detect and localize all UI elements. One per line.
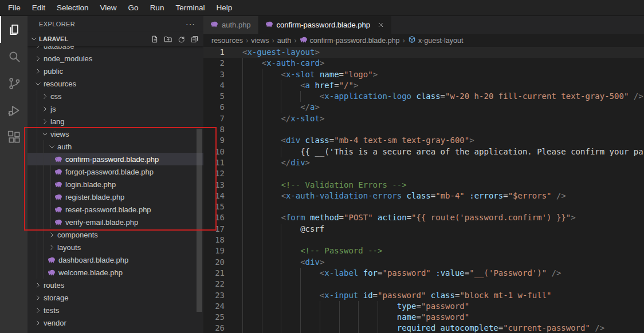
- code-line-14[interactable]: 14 <x-auth-validation-errors class="mb-4…: [203, 191, 644, 201]
- menu-help[interactable]: Help: [210, 0, 238, 15]
- code-line-21[interactable]: 21 <x-label for="password" :value="__('P…: [203, 268, 644, 279]
- new-folder-icon[interactable]: [164, 35, 172, 43]
- tree-file-register-blade-php[interactable]: register.blade.php: [28, 191, 203, 203]
- tab-confirm-password-blade-php[interactable]: confirm-password.blade.php: [258, 16, 392, 34]
- tree-folder-lang[interactable]: lang: [28, 115, 203, 128]
- collapse-all-icon[interactable]: [190, 35, 199, 43]
- tree-file-confirm-password-blade-php[interactable]: confirm-password.blade.php: [28, 153, 203, 165]
- tree-folder-views[interactable]: views: [28, 128, 203, 140]
- code-editor[interactable]: 1<x-guest-layout>2 <x-auth-card>3 <x-slo…: [203, 47, 644, 333]
- tree-folder-vendor[interactable]: vendor: [28, 316, 203, 329]
- code-line-10[interactable]: 10 {{ __('This is a secure area of the a…: [203, 146, 644, 157]
- tree-file-verify-email-blade-php[interactable]: verify-email.blade.php: [28, 216, 203, 228]
- source-control-icon[interactable]: [0, 70, 28, 97]
- indent-guide: [262, 180, 262, 191]
- breadcrumb-item-auth[interactable]: auth: [277, 37, 291, 45]
- menu-go[interactable]: Go: [123, 0, 144, 15]
- code-line-23[interactable]: 23 <x-input id="password" class="block m…: [203, 290, 644, 301]
- breadcrumb-item-confirm-password-blade-php[interactable]: confirm-password.blade.php: [300, 35, 400, 45]
- tree-folder-routes[interactable]: routes: [28, 279, 203, 291]
- run-and-debug-icon[interactable]: [0, 97, 28, 124]
- explorer-icon[interactable]: [0, 16, 28, 43]
- code-line-5[interactable]: 5 <x-application-logo class="w-20 h-20 f…: [203, 91, 644, 102]
- blade-file-icon: [54, 155, 63, 163]
- code-token: "logo": [344, 70, 373, 79]
- code-line-2[interactable]: 2 <x-auth-card>: [203, 58, 644, 69]
- indent-guide: [281, 301, 281, 312]
- code-line-19[interactable]: 19 <!-- Password -->: [203, 245, 644, 256]
- code-line-26[interactable]: 26 required autocomplete="current-passwo…: [203, 323, 644, 333]
- code-line-7[interactable]: 7 </x-slot>: [203, 113, 644, 124]
- code-line-13[interactable]: 13 <!-- Validation Errors -->: [203, 180, 644, 191]
- code-line-15[interactable]: 15: [203, 201, 644, 212]
- tree-item-label: routes: [44, 281, 64, 290]
- tree-file-reset-password-blade-php[interactable]: reset-password.blade.php: [28, 203, 203, 216]
- line-number: 16: [203, 212, 225, 223]
- tree-folder-storage[interactable]: storage: [28, 291, 203, 304]
- breadcrumb-item-views[interactable]: views: [251, 37, 269, 45]
- menu-edit[interactable]: Edit: [26, 0, 51, 15]
- menu-run[interactable]: Run: [144, 0, 170, 15]
- code-line-12[interactable]: 12: [203, 168, 644, 179]
- code-line-22[interactable]: 22: [203, 279, 644, 290]
- code-line-8[interactable]: 8: [203, 124, 644, 135]
- tree-folder-node_modules[interactable]: node_modules: [28, 52, 203, 65]
- close-icon[interactable]: [377, 21, 384, 29]
- folder-section-header[interactable]: LARAVEL: [28, 32, 203, 46]
- code-line-18[interactable]: 18: [203, 235, 644, 245]
- code-line-4[interactable]: 4 <a href="/">: [203, 80, 644, 91]
- line-content: [242, 124, 644, 135]
- code-line-16[interactable]: 16 <form method="POST" action="{{ route(…: [203, 212, 644, 223]
- tree-folder-auth[interactable]: auth: [28, 140, 203, 153]
- search-icon[interactable]: [0, 43, 28, 70]
- tree-file-dashboard-blade-php[interactable]: dashboard.blade.php: [28, 253, 203, 266]
- menu-selection[interactable]: Selection: [51, 0, 95, 15]
- tree-folder-layouts[interactable]: layouts: [28, 241, 203, 253]
- indent-guide: [242, 235, 243, 245]
- code-line-24[interactable]: 24 type="password": [203, 301, 644, 312]
- code-line-25[interactable]: 25 name="password": [203, 312, 644, 323]
- code-token: "mb-4 text-sm text-gray-600": [334, 136, 469, 145]
- line-content: [242, 235, 644, 245]
- menu-file[interactable]: File: [2, 0, 26, 15]
- chevron-right-icon: [33, 68, 42, 75]
- line-content: </a>: [242, 102, 644, 113]
- indent-guide: [37, 203, 37, 216]
- indent-guide: [262, 146, 262, 157]
- refresh-icon[interactable]: [177, 35, 186, 43]
- more-actions-icon[interactable]: ···: [186, 19, 195, 29]
- line-number: 10: [203, 146, 225, 157]
- tree-file-login-blade-php[interactable]: login.blade.php: [28, 178, 203, 191]
- tree-folder-tests[interactable]: tests: [28, 304, 203, 316]
- breadcrumb-item-resources[interactable]: resources: [211, 37, 243, 45]
- tab-auth-php[interactable]: auth.php: [203, 16, 258, 34]
- indent-guide: [242, 279, 243, 290]
- line-number: 14: [203, 191, 225, 201]
- tree-folder-resources[interactable]: resources: [28, 77, 203, 90]
- code-line-17[interactable]: 17 @csrf: [203, 224, 644, 235]
- menu-view[interactable]: View: [95, 0, 123, 15]
- chevron-right-icon: [33, 307, 42, 314]
- blade-file-icon: [210, 20, 218, 30]
- tree-folder-components[interactable]: components: [28, 228, 203, 241]
- tree-folder-css[interactable]: css: [28, 90, 203, 102]
- breadcrumb-label: x-guest-layout: [418, 37, 464, 45]
- code-line-9[interactable]: 9 <div class="mb-4 text-sm text-gray-600…: [203, 135, 644, 146]
- tree-folder-database[interactable]: database: [28, 46, 203, 52]
- code-line-3[interactable]: 3 <x-slot name="logo">: [203, 69, 644, 80]
- code-token: [315, 70, 319, 79]
- sidebar-scrollbar[interactable]: [197, 129, 202, 312]
- code-line-6[interactable]: 6 </a>: [203, 102, 644, 113]
- tree-folder-public[interactable]: public: [28, 65, 203, 77]
- extensions-icon[interactable]: [0, 124, 28, 150]
- code-line-11[interactable]: 11 </div>: [203, 157, 644, 168]
- tree-folder-js[interactable]: js: [28, 102, 203, 115]
- code-line-1[interactable]: 1<x-guest-layout>: [203, 47, 644, 58]
- tree-file-welcome-blade-php[interactable]: welcome.blade.php: [28, 266, 203, 279]
- menu-terminal[interactable]: Terminal: [170, 0, 210, 15]
- breadcrumb-item-x-guest-layout[interactable]: x-guest-layout: [408, 35, 464, 45]
- code-line-20[interactable]: 20 <div>: [203, 257, 644, 268]
- tree-file-forgot-password-blade-php[interactable]: forgot-password.blade.php: [28, 165, 203, 178]
- new-file-icon[interactable]: [151, 35, 159, 43]
- chevron-right-icon: [33, 46, 42, 50]
